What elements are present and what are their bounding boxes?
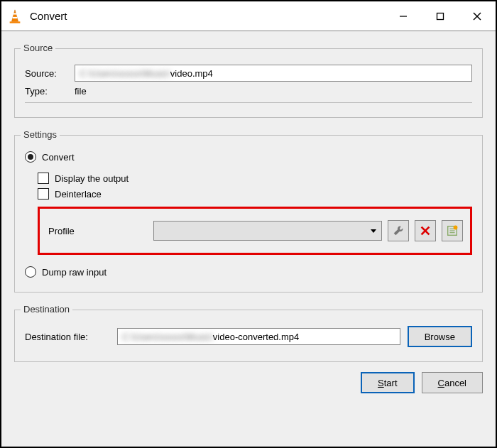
source-group-label: Source <box>21 43 55 53</box>
profile-highlight: Profile <box>38 207 472 255</box>
dump-raw-radio[interactable] <box>25 266 36 278</box>
type-value: file <box>75 86 87 97</box>
svg-marker-8 <box>371 229 376 233</box>
profile-label: Profile <box>47 226 153 236</box>
svg-point-15 <box>454 226 458 230</box>
profile-combobox[interactable] <box>153 221 382 241</box>
new-profile-button[interactable] <box>442 220 463 241</box>
source-path-field[interactable]: C:\Users\xxxxx\Music\ video.mp4 <box>75 65 472 82</box>
maximize-button[interactable] <box>422 2 459 31</box>
display-output-label: Display the output <box>55 173 129 184</box>
deinterlace-checkbox[interactable] <box>38 188 49 200</box>
destination-path-hidden: C:\Users\xxxxx\Music\ <box>122 332 213 342</box>
delete-profile-button[interactable] <box>415 220 436 241</box>
source-groupbox: Source Source: C:\Users\xxxxx\Music\ vid… <box>14 48 483 118</box>
convert-dialog: Convert Source Source: C:\Users\xxxxx\Mu… <box>0 0 497 448</box>
vlc-cone-icon <box>7 9 23 24</box>
window-title: Convert <box>30 10 67 22</box>
svg-rect-1 <box>13 13 16 14</box>
svg-marker-0 <box>11 9 18 21</box>
titlebar: Convert <box>1 1 496 31</box>
edit-profile-button[interactable] <box>388 220 409 241</box>
dump-raw-label: Dump raw input <box>42 267 106 278</box>
start-button-label: Start <box>378 378 397 388</box>
new-list-icon <box>446 224 459 237</box>
convert-radio[interactable] <box>25 151 36 163</box>
type-label: Type: <box>25 86 75 97</box>
wrench-icon <box>392 224 405 237</box>
close-button[interactable] <box>459 2 496 31</box>
window-controls <box>385 2 496 31</box>
convert-radio-label: Convert <box>42 152 75 163</box>
destination-path-visible: video-converted.mp4 <box>213 332 299 342</box>
chevron-down-icon <box>370 227 377 234</box>
destination-group-label: Destination <box>21 304 72 315</box>
cancel-button-label: Cancel <box>438 378 466 388</box>
destination-file-label: Destination file: <box>25 332 117 342</box>
settings-group-label: Settings <box>21 129 60 140</box>
start-button[interactable]: Start <box>361 372 414 393</box>
browse-button-label: Browse <box>425 332 455 342</box>
x-icon <box>419 224 432 237</box>
destination-groupbox: Destination Destination file: C:\Users\x… <box>14 310 483 362</box>
display-output-checkbox[interactable] <box>38 173 49 184</box>
svg-rect-5 <box>437 13 444 19</box>
deinterlace-label: Deinterlace <box>55 189 102 200</box>
dialog-footer: Start Cancel <box>14 372 483 393</box>
source-path-visible: video.mp4 <box>170 68 213 79</box>
source-label: Source: <box>25 68 75 79</box>
browse-button[interactable]: Browse <box>408 326 472 347</box>
destination-file-field[interactable]: C:\Users\xxxxx\Music\ video-converted.mp… <box>117 328 400 345</box>
svg-rect-2 <box>13 16 18 18</box>
settings-groupbox: Settings Convert Display the output Dein… <box>14 135 483 293</box>
source-path-hidden: C:\Users\xxxxx\Music\ <box>80 68 170 79</box>
cancel-button[interactable]: Cancel <box>422 372 483 393</box>
minimize-button[interactable] <box>385 2 422 31</box>
svg-rect-3 <box>10 21 21 23</box>
